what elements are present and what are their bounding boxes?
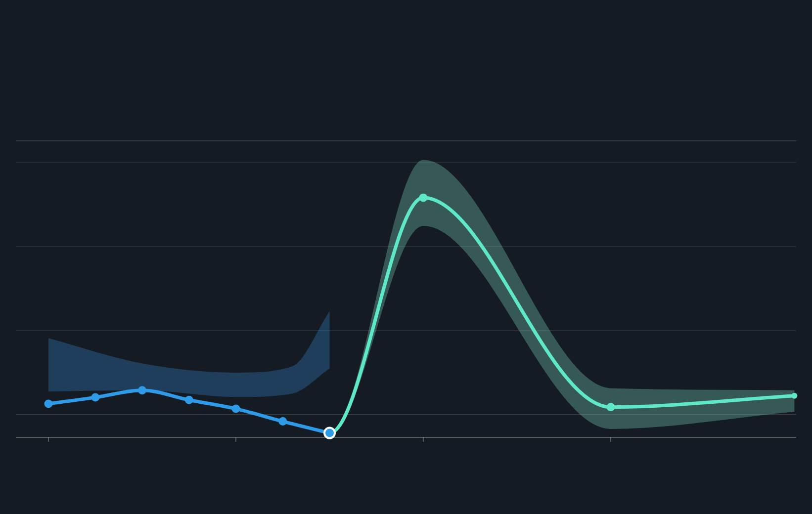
- data-point-marker[interactable]: [419, 194, 428, 202]
- eps-range-band: [330, 160, 795, 433]
- eps-forecast-chart: €9 €2 Actual Analysts Forecasts Jun 30 2…: [0, 0, 812, 514]
- data-point-marker[interactable]: [91, 393, 99, 402]
- chart-canvas[interactable]: [0, 0, 812, 514]
- series-end-marker: [791, 393, 797, 399]
- data-point-marker[interactable]: [45, 399, 53, 408]
- data-point-marker[interactable]: [607, 403, 615, 411]
- actual-highlight-region: [142, 141, 328, 437]
